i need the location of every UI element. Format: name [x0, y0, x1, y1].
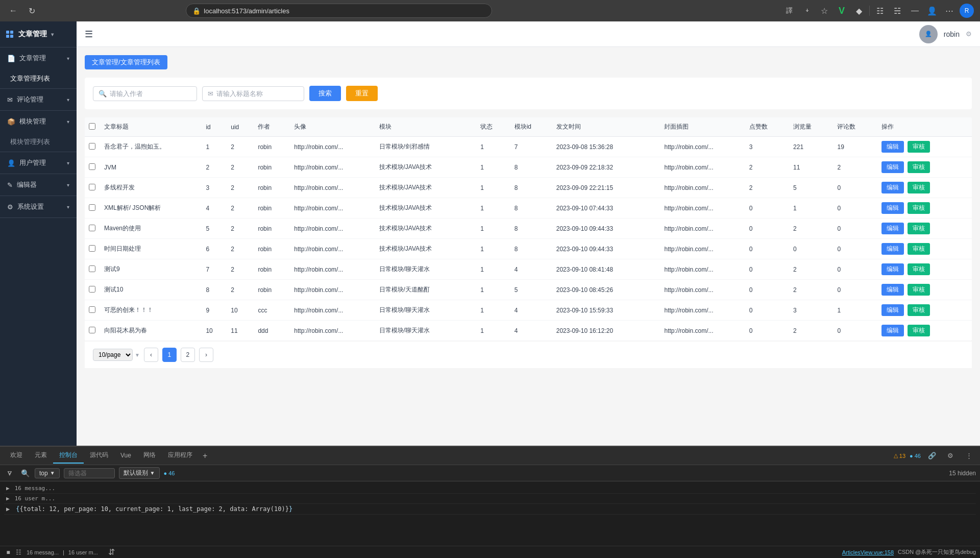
search-button[interactable]: 搜索: [309, 86, 341, 101]
th-actions: 操作: [877, 117, 972, 137]
row-checkbox-6[interactable]: [89, 265, 95, 272]
row-checkbox-2[interactable]: [89, 184, 95, 190]
row-checkbox-3[interactable]: [89, 204, 95, 211]
audit-btn-1[interactable]: 审核: [908, 161, 930, 173]
profile-icon[interactable]: 👤: [925, 4, 939, 18]
cell-publish-time-1: 2023-09-09 22:18:32: [552, 157, 660, 178]
edit-btn-1[interactable]: 编辑: [881, 161, 904, 173]
audit-btn-2[interactable]: 审核: [908, 182, 930, 193]
row-checkbox-4[interactable]: [89, 225, 95, 231]
row-checkbox-1[interactable]: [89, 163, 95, 170]
bookmark2-icon[interactable]: ☵: [890, 4, 904, 18]
resize-handle[interactable]: ⇵: [108, 547, 115, 557]
cell-module-id-3: 8: [510, 198, 552, 219]
page-1-btn[interactable]: 1: [162, 348, 177, 362]
back-button[interactable]: ←: [6, 4, 20, 18]
devtools-source-link[interactable]: ArticlesView.vue:158: [842, 549, 894, 555]
audit-btn-8[interactable]: 审核: [908, 304, 930, 316]
devtools-network-icon[interactable]: 🔗: [925, 449, 939, 463]
sidebar-group-module-header[interactable]: 📦 模块管理 ▾: [0, 111, 77, 132]
edit-btn-0[interactable]: 编辑: [881, 141, 904, 153]
sidebar-icon[interactable]: ☷: [873, 4, 887, 18]
audit-btn-4[interactable]: 审核: [908, 223, 930, 234]
v-icon[interactable]: V: [835, 4, 849, 18]
address-bar[interactable]: 🔒 localhost:5173/admin/articles: [186, 4, 492, 18]
sidebar-group-article-header[interactable]: 📄 文章管理 ▾: [0, 47, 77, 69]
row-checkbox-0[interactable]: [89, 143, 95, 150]
edit-btn-6[interactable]: 编辑: [881, 263, 904, 275]
breadcrumb-link[interactable]: 文章管理/文章管理列表: [85, 55, 167, 69]
page-size-select[interactable]: 10/page 20/page ▼: [93, 349, 140, 361]
expand-icon-users[interactable]: ▶: [6, 495, 10, 502]
row-checkbox-8[interactable]: [89, 306, 95, 313]
sidebar-group-system-header[interactable]: ⚙ 系统设置 ▾: [0, 196, 77, 217]
level-dropdown[interactable]: 默认级别 ▼: [119, 467, 160, 479]
bottom-icon-1[interactable]: ■: [4, 548, 12, 556]
sidebar-group-comment-header[interactable]: ✉ 评论管理 ▾: [0, 89, 77, 110]
devtools-tab-welcome[interactable]: 欢迎: [4, 448, 29, 464]
edit-btn-8[interactable]: 编辑: [881, 304, 904, 316]
page-2-btn[interactable]: 2: [181, 348, 195, 362]
devtools-settings-icon[interactable]: ⚙: [943, 449, 958, 463]
resize-icon[interactable]: ⇵: [108, 547, 115, 557]
audit-btn-0[interactable]: 审核: [908, 141, 930, 153]
settings-icon[interactable]: ⚙: [966, 30, 972, 38]
user-avatar-browser[interactable]: R: [960, 4, 974, 18]
bottom-icon-2[interactable]: ☷: [14, 548, 22, 556]
audit-btn-3[interactable]: 审核: [908, 202, 930, 214]
translate-icon[interactable]: 譯: [782, 4, 797, 18]
edit-btn-9[interactable]: 编辑: [881, 325, 904, 336]
prev-page-btn[interactable]: ‹: [144, 348, 158, 362]
level-label: 默认级别: [124, 469, 148, 477]
devtools-tab-network[interactable]: 网络: [137, 448, 162, 464]
select-all-checkbox[interactable]: [89, 123, 95, 130]
more-icon[interactable]: ⋯: [942, 4, 957, 18]
sidebar-group-editor-header[interactable]: ✎ 编辑器 ▾: [0, 174, 77, 196]
audit-btn-9[interactable]: 审核: [908, 325, 930, 336]
row-checkbox-5[interactable]: [89, 245, 95, 252]
top-dropdown[interactable]: top ▼: [35, 468, 60, 478]
cell-actions-8: 编辑 审核: [877, 300, 972, 321]
page-size-dropdown[interactable]: 10/page 20/page: [93, 349, 133, 361]
sidebar-item-module-list[interactable]: 模块管理列表: [0, 132, 77, 152]
console-filter-input[interactable]: [64, 468, 115, 478]
author-search-input[interactable]: [110, 90, 191, 98]
edit-btn-5[interactable]: 编辑: [881, 243, 904, 255]
edit-btn-3[interactable]: 编辑: [881, 202, 904, 214]
row-checkbox-7[interactable]: [89, 286, 95, 293]
top-label: top: [39, 470, 48, 477]
warn-count: 13: [899, 453, 905, 459]
expand-icon-data[interactable]: ▶: [6, 505, 10, 513]
devtools-tab-sources[interactable]: 源代码: [84, 448, 114, 464]
devtools-tab-elements[interactable]: 元素: [29, 448, 53, 464]
filter-toggle-btn[interactable]: 🔍: [19, 468, 31, 479]
sidebar-group-user-header[interactable]: 👤 用户管理 ▾: [0, 152, 77, 174]
audit-btn-5[interactable]: 审核: [908, 243, 930, 255]
title-search-input[interactable]: [216, 90, 298, 98]
audit-btn-7[interactable]: 审核: [908, 284, 930, 296]
reload-button[interactable]: ↻: [24, 4, 39, 18]
sidebar-group-editor: ✎ 编辑器 ▾: [0, 174, 77, 196]
reader-icon[interactable]: ￬: [800, 4, 814, 18]
sidebar-logo-text: 文章管理: [18, 30, 47, 39]
sidebar-item-article-list[interactable]: 文章管理列表: [0, 69, 77, 88]
collection-icon[interactable]: ⸻: [908, 4, 922, 18]
clear-console-btn[interactable]: ⛛: [4, 468, 15, 479]
devtools-more-icon[interactable]: ⋮: [962, 449, 976, 463]
devtools-add-tab[interactable]: +: [199, 451, 211, 460]
extensions-icon[interactable]: ◆: [852, 4, 866, 18]
expand-icon-messages[interactable]: ▶: [6, 485, 10, 492]
row-checkbox-9[interactable]: [89, 327, 95, 333]
next-page-btn[interactable]: ›: [199, 348, 213, 362]
bookmark-icon[interactable]: ☆: [817, 4, 831, 18]
reset-button[interactable]: 重置: [346, 86, 378, 101]
devtools-tab-application[interactable]: 应用程序: [162, 448, 199, 464]
edit-btn-4[interactable]: 编辑: [881, 223, 904, 234]
devtools-tab-vue[interactable]: Vue: [114, 449, 137, 463]
edit-btn-7[interactable]: 编辑: [881, 284, 904, 296]
devtools-tab-console[interactable]: 控制台: [53, 448, 84, 464]
hamburger-icon[interactable]: ☰: [85, 29, 93, 40]
audit-btn-6[interactable]: 审核: [908, 263, 930, 275]
edit-btn-2[interactable]: 编辑: [881, 182, 904, 193]
cell-uid-8: 10: [227, 300, 254, 321]
